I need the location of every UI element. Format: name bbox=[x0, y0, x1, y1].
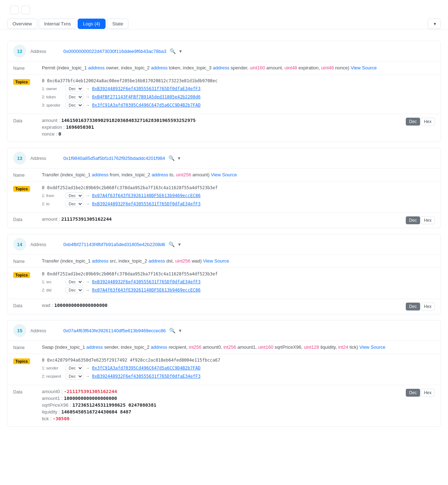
topic-index-badge: 1: from bbox=[42, 193, 63, 198]
dec-button[interactable]: Dec bbox=[406, 303, 420, 310]
data-values: wad : 1000000000000000000 bbox=[42, 303, 406, 309]
search-icon[interactable]: 🔍 bbox=[169, 155, 175, 161]
search-icon[interactable]: 🔍 bbox=[169, 328, 175, 333]
topic-value[interactable]: 0x3fC91A3afd70395Cd496C647d5a6CC9D4B2b7F… bbox=[92, 103, 200, 108]
dec-hex-buttons: Dec Hex bbox=[406, 389, 435, 397]
topic-value[interactable]: 0xB4FBF271143F4FBf7B91A5ded31805e42b2208… bbox=[92, 94, 200, 99]
dec-button[interactable]: Dec bbox=[406, 389, 420, 397]
dec-select[interactable]: DecHex bbox=[65, 287, 83, 293]
tab-internal-txns[interactable]: Internal Txns bbox=[39, 19, 76, 29]
data-line: sqrtPriceX96 : 1723651245311998625 02470… bbox=[42, 402, 406, 408]
next-button[interactable] bbox=[21, 6, 30, 14]
topic-value[interactable]: 0xB392448932F6ef430555631f765Df0dfaE34ef… bbox=[92, 86, 200, 91]
name-content: Transfer (index_topic_1 address src, ind… bbox=[42, 258, 435, 264]
hex-button[interactable]: Hex bbox=[421, 389, 435, 397]
dec-select[interactable]: DecHex bbox=[65, 279, 83, 285]
topic-value[interactable]: 0x3fC91A3afd70395Cd496C647d5a6CC9D4B2b7F… bbox=[92, 366, 200, 371]
dec-select[interactable]: DecHex bbox=[65, 201, 83, 207]
topic-index-badge: 2: recipient bbox=[42, 374, 63, 378]
chevron-down-icon[interactable]: ▾ bbox=[178, 155, 180, 161]
dec-hex-buttons: Dec Hex bbox=[406, 118, 435, 126]
topics-label-cell: Topics bbox=[13, 78, 42, 85]
dec-select[interactable]: DecHex bbox=[65, 373, 83, 379]
topic-value[interactable]: 0xB392448932F6ef430555631f765Df0dfaE34ef… bbox=[92, 279, 200, 284]
topic-value[interactable]: 0xB392448932F6ef430555631f765Df0dfaE34ef… bbox=[92, 201, 200, 206]
data-values: amount0 : -211175391305162244amount1 : 1… bbox=[42, 389, 406, 423]
log-label: Address bbox=[30, 48, 59, 54]
data-row: Dataamount : 211175391305162244 Dec Hex bbox=[8, 213, 440, 228]
name-label: Name bbox=[13, 172, 42, 178]
dec-button[interactable]: Dec bbox=[406, 216, 420, 224]
more-button[interactable]: ▾ bbox=[428, 19, 441, 29]
dec-hex-buttons: Dec Hex bbox=[406, 216, 435, 224]
arrow-icon: → bbox=[86, 288, 90, 293]
chevron-down-icon[interactable]: ▾ bbox=[179, 48, 182, 54]
address-link[interactable]: 0x1f9840a85d5af5bf1d1762f925bdaddc4201f9… bbox=[63, 156, 165, 161]
topics-row: Topics0 0xddf252ad1be2c89b69c2b068fc378d… bbox=[8, 268, 440, 299]
topic-index-badge: 2: dst bbox=[42, 288, 63, 292]
data-label: Data bbox=[13, 216, 42, 222]
prev-button[interactable] bbox=[10, 6, 19, 14]
data-row: Dataamount : 146150163733090291820368483… bbox=[8, 114, 440, 142]
arrow-icon: → bbox=[86, 366, 90, 371]
tab-overview[interactable]: Overview bbox=[7, 19, 37, 29]
topic-zero: 0 0xc42079f94a6350d7e6235f2917492 4f928c… bbox=[42, 358, 435, 363]
hex-button[interactable]: Hex bbox=[421, 303, 435, 310]
log-card-14: 14 Address 0xb4fbf271143f4fbf7b91a5ded31… bbox=[7, 234, 441, 314]
topic-indexed-item: 2: recipient DecHex → 0xB392448932F6ef43… bbox=[42, 373, 435, 379]
address-content: 0xb4fbf271143f4fbf7b91a5ded31805e42b2208… bbox=[63, 241, 181, 247]
topics-content: 0 0xddf252ad1be2c89b69c2b068fc378daa952b… bbox=[42, 271, 435, 295]
data-line: amount1 : 1000000000000000000 bbox=[42, 396, 406, 401]
hex-button[interactable]: Hex bbox=[421, 118, 435, 126]
address-row: 14 Address 0xb4fbf271143f4fbf7b91a5ded31… bbox=[8, 234, 440, 255]
dec-button[interactable]: Dec bbox=[406, 118, 420, 126]
dec-select[interactable]: DecHex bbox=[65, 365, 83, 371]
log-number: 14 bbox=[13, 238, 26, 251]
address-link[interactable]: 0x00000000022d473030f116ddee9f6b43ac78ba… bbox=[63, 49, 166, 54]
topic-value[interactable]: 0x07A4f63f643fE39261140DF5E613b9469eccEC… bbox=[92, 288, 200, 293]
chevron-down-icon[interactable]: ▾ bbox=[179, 328, 181, 333]
topic-value[interactable]: 0x07A4f63f643fE39261140DF5E613b9469eccEC… bbox=[92, 193, 200, 198]
data-line: amount : 211175391305162244 bbox=[42, 216, 406, 222]
tab-state[interactable]: State bbox=[107, 19, 128, 29]
topics-content: 0 0xddf252ad1be2c89b69c2b068fc378daa952b… bbox=[42, 185, 435, 209]
arrow-icon: → bbox=[86, 103, 90, 108]
address-row: 13 Address 0x1f9840a85d5af5bf1d1762f925b… bbox=[8, 148, 440, 168]
data-line: wad : 1000000000000000000 bbox=[42, 303, 406, 308]
arrow-icon: → bbox=[86, 374, 90, 379]
topics-content: 0 0xc42079f94a6350d7e6235f2917492 4f928c… bbox=[42, 358, 435, 381]
data-values: amount : 1461501637330902918203684832716… bbox=[42, 118, 406, 138]
search-icon[interactable]: 🔍 bbox=[170, 48, 176, 54]
name-row: Name Transfer (index_topic_1 address src… bbox=[8, 255, 440, 268]
topic-value[interactable]: 0xB392448932F6ef430555631f765Df0dfaE34ef… bbox=[92, 374, 200, 379]
topic-zero: 0 0xddf252ad1be2c89b69c2b068fc378daa952b… bbox=[42, 271, 435, 276]
log-number: 13 bbox=[13, 152, 26, 165]
address-link[interactable]: 0xb4fbf271143f4fbf7b91a5ded31805e42b2208… bbox=[63, 242, 165, 247]
topics-label-cell: Topics bbox=[13, 271, 42, 278]
topic-indexed-item: 1: sender DecHex → 0x3fC91A3afd70395Cd49… bbox=[42, 365, 435, 371]
topics-badge: Topics bbox=[13, 79, 30, 85]
log-label: Address bbox=[30, 155, 59, 161]
log-card-13: 13 Address 0x1f9840a85d5af5bf1d1762f925b… bbox=[7, 148, 441, 228]
chevron-down-icon[interactable]: ▾ bbox=[178, 241, 181, 247]
tabs-row: OverviewInternal TxnsLogs (4)State ▾ bbox=[7, 19, 441, 29]
dec-select[interactable]: DecHex bbox=[65, 102, 83, 108]
hex-button[interactable]: Hex bbox=[421, 216, 435, 224]
arrow-icon: → bbox=[86, 279, 90, 284]
data-row: Dataamount0 : -211175391305162244amount1… bbox=[8, 385, 440, 426]
topic-index-badge: 2: to bbox=[42, 202, 63, 206]
dec-hex-buttons: Dec Hex bbox=[406, 303, 435, 310]
data-label: Data bbox=[13, 303, 42, 308]
topic-indexed-item: 3: spender DecHex → 0x3fC91A3afd70395Cd4… bbox=[42, 102, 435, 108]
topics-label-cell: Topics bbox=[13, 358, 42, 364]
topic-zero: 0 0xc6a377bfc4eb120024a8ac08eef205be16b8… bbox=[42, 78, 435, 83]
name-label: Name bbox=[13, 344, 42, 350]
search-icon[interactable]: 🔍 bbox=[169, 241, 175, 247]
log-number: 12 bbox=[13, 45, 26, 58]
dec-select[interactable]: DecHex bbox=[65, 85, 83, 92]
tab-logs[interactable]: Logs (4) bbox=[78, 19, 106, 29]
topic-indexed-item: 2: to DecHex → 0xB392448932F6ef430555631… bbox=[42, 201, 435, 207]
dec-select[interactable]: DecHex bbox=[65, 192, 83, 199]
dec-select[interactable]: DecHex bbox=[65, 94, 83, 100]
address-link[interactable]: 0x07a4f63f643fe39261140df5e613b9469eccec… bbox=[63, 328, 166, 333]
